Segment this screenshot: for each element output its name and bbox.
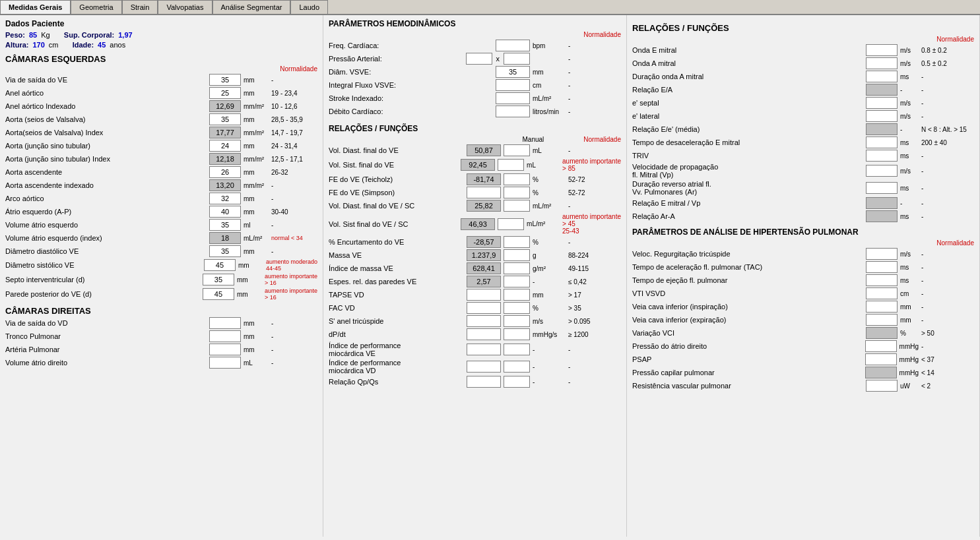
input-relacao-ee-media[interactable] <box>866 123 898 135</box>
tab-medidas-gerais[interactable]: Medidas Gerais <box>0 0 71 14</box>
input-psap[interactable] <box>865 353 897 365</box>
input-atrio-esq-ap[interactable] <box>209 206 241 218</box>
input-ipm-ve[interactable] <box>467 344 501 355</box>
input-via-saida-vd[interactable] <box>209 317 241 329</box>
input-aorta-valsalva[interactable] <box>209 113 241 125</box>
input-vol-atrio-esq-idx[interactable] <box>209 232 241 244</box>
input-septo-iv[interactable] <box>203 274 234 285</box>
input-massa-ve-manual[interactable] <box>504 249 530 261</box>
input-fe-teicholz-manual[interactable] <box>504 173 530 185</box>
input-tapse-vd[interactable] <box>467 289 501 301</box>
input-s-anel-tric[interactable] <box>467 315 501 327</box>
input-debito-cardiaco[interactable] <box>496 105 530 117</box>
input-vol-sist-ve-sc-manual[interactable] <box>498 218 524 230</box>
tab-analise-segmentar[interactable]: Análise Segmentar <box>212 0 291 14</box>
input-pressao-cap-pulm[interactable] <box>865 367 897 378</box>
input-aorta-sino-tub[interactable] <box>209 140 241 152</box>
input-onda-e-mitral[interactable] <box>866 44 898 56</box>
input-tac[interactable] <box>866 261 898 273</box>
input-vti-vsvd[interactable] <box>866 287 898 299</box>
input-arco-aortico[interactable] <box>209 193 241 204</box>
input-arteria-pulmonar[interactable] <box>209 344 241 355</box>
input-relacao-ar-a[interactable] <box>866 210 898 222</box>
input-tempo-ejec-pulm[interactable] <box>866 274 898 286</box>
input-diam-sist-ve[interactable] <box>204 259 236 271</box>
input-integral-vsve[interactable] <box>496 79 530 91</box>
input-tempo-desac-e[interactable] <box>866 136 898 148</box>
rel-mid-row-9: Espes. rel. das paredes VE - ≤ 0,42 <box>329 276 621 287</box>
input-aorta-ascendente-idx[interactable] <box>209 179 241 191</box>
input-ipm-vd-manual[interactable] <box>504 361 530 373</box>
tab-laudo[interactable]: Laudo <box>290 0 328 14</box>
input-vol-diast-ve-sc[interactable] <box>467 200 501 212</box>
input-onda-a-mitral[interactable] <box>866 57 898 69</box>
input-espes-rel-ve[interactable] <box>467 276 501 287</box>
input-qpqs-manual[interactable] <box>504 376 530 388</box>
input-relacao-ea[interactable] <box>866 84 898 96</box>
input-pressao-art1[interactable] <box>466 53 492 65</box>
input-fe-teicholz[interactable] <box>467 173 501 185</box>
hipert-row-9: Pressão capilar pulmonar mmHg < 14 <box>632 367 974 378</box>
tab-strain[interactable]: Strain <box>122 0 158 14</box>
input-variacao-vci[interactable] <box>866 327 898 339</box>
input-dpdt-manual[interactable] <box>504 328 530 340</box>
input-fac-vd-manual[interactable] <box>504 302 530 314</box>
input-stroke-idx[interactable] <box>496 92 530 104</box>
input-e-septal[interactable] <box>866 97 898 109</box>
input-idx-massa-ve[interactable] <box>467 262 501 274</box>
input-vol-sist-ve-sc[interactable] <box>461 218 495 230</box>
input-e-lateral[interactable] <box>866 110 898 122</box>
input-massa-ve[interactable] <box>467 249 501 261</box>
input-vol-diast-ve[interactable] <box>467 144 501 156</box>
input-parede-post-ve[interactable] <box>203 288 234 300</box>
measure-row-9: Arco aórtico mm - <box>5 193 317 204</box>
input-vol-diast-ve-manual[interactable] <box>504 144 530 156</box>
rel-mid-row-7: Massa VE g 88-224 <box>329 249 621 261</box>
input-anel-aortico[interactable] <box>209 87 241 99</box>
input-qpqs[interactable] <box>467 376 501 388</box>
input-freq-cardiaca[interactable] <box>496 40 530 51</box>
input-pressao-atrio-dir[interactable] <box>865 340 897 352</box>
input-tapse-vd-manual[interactable] <box>504 289 530 301</box>
input-dpdt[interactable] <box>467 328 501 340</box>
input-fe-simpson-manual[interactable] <box>504 187 530 198</box>
input-s-anel-tric-manual[interactable] <box>504 315 530 327</box>
input-encurtamento-ve[interactable] <box>467 236 501 248</box>
input-espes-rel-ve-manual[interactable] <box>504 276 530 287</box>
rel-mid-row-8: Índice de massa VE g/m² 49-115 <box>329 262 621 274</box>
input-ipm-ve-manual[interactable] <box>504 344 530 355</box>
rel-mid-row-16: Relação Qp/Qs - - <box>329 376 621 388</box>
input-resist-vasc-pulm[interactable] <box>866 380 898 392</box>
input-vol-sist-ve-manual[interactable] <box>498 159 524 171</box>
input-vci-insp[interactable] <box>866 301 898 313</box>
tab-geometria[interactable]: Geometria <box>71 0 121 14</box>
input-tronco-pulmonar[interactable] <box>209 330 241 342</box>
input-anel-aortico-idx[interactable] <box>209 100 241 112</box>
input-diam-vsve[interactable] <box>496 66 530 78</box>
input-vol-sist-ve[interactable] <box>461 159 495 171</box>
input-relacao-e-vp[interactable] <box>866 197 898 209</box>
input-vol-atrio-esq[interactable] <box>209 219 241 231</box>
input-vci-exp[interactable] <box>866 314 898 326</box>
input-veloc-regurg-tric[interactable] <box>866 248 898 260</box>
rel-right-row-5: e' lateral m/s - <box>632 110 974 122</box>
input-aorta-valsalva-idx[interactable] <box>209 127 241 138</box>
tab-valvopatias[interactable]: Valvopatias <box>158 0 212 14</box>
input-dur-reverso[interactable] <box>866 182 898 194</box>
input-dur-onda-a[interactable] <box>866 71 898 82</box>
hemo-row-4: Stroke Indexado: mL/m² - <box>329 92 621 104</box>
input-aorta-sino-tub-idx[interactable] <box>209 153 241 165</box>
input-fe-simpson[interactable] <box>467 187 501 198</box>
input-vol-diast-ve-sc-manual[interactable] <box>504 200 530 212</box>
input-vol-atrio-dir[interactable] <box>209 357 241 369</box>
input-diam-diast-ve[interactable] <box>209 245 241 257</box>
input-pressao-art2[interactable] <box>504 53 530 65</box>
input-via-saida-ve[interactable] <box>209 74 241 86</box>
input-triv[interactable] <box>866 150 898 162</box>
input-vel-prop-vp[interactable] <box>866 165 898 177</box>
input-idx-massa-ve-manual[interactable] <box>504 262 530 274</box>
input-aorta-ascendente[interactable] <box>209 166 241 178</box>
input-encurtamento-ve-manual[interactable] <box>504 236 530 248</box>
input-fac-vd[interactable] <box>467 302 501 314</box>
input-ipm-vd[interactable] <box>467 361 501 373</box>
